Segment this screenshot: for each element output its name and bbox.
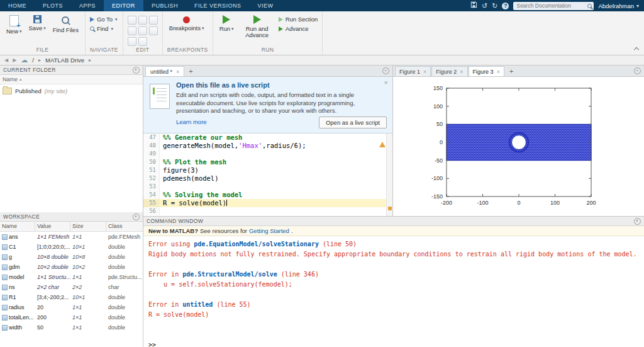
save-button[interactable]: Save▾ (27, 13, 48, 31)
figure-tab-figure-3[interactable]: Figure 3× (469, 66, 504, 76)
back-icon[interactable]: ◀ (4, 57, 8, 63)
tab-home[interactable]: HOME (0, 0, 35, 11)
open-live-script-button[interactable]: Open as a live script (319, 117, 387, 128)
indent-icon[interactable] (149, 16, 158, 25)
close-icon[interactable]: × (423, 69, 426, 75)
tab-editor[interactable]: EDITOR (104, 0, 143, 11)
column-value[interactable]: Value (35, 222, 70, 231)
command-output[interactable]: Error using pde.EquationModel/solveStati… (143, 236, 644, 347)
insert-section-icon[interactable] (128, 16, 136, 25)
redo-icon[interactable]: ↻ (492, 0, 497, 11)
workspace-row[interactable]: C1[1;0;0;20;0;...10×1double (0, 242, 143, 252)
decrease-indent-icon[interactable] (138, 37, 147, 46)
error-stack-link[interactable]: pde.StructuralModel/solve (182, 271, 277, 278)
workspace-row[interactable]: R1[3;4;-200;2...10×1double (0, 292, 143, 302)
close-icon[interactable]: × (176, 69, 179, 75)
close-icon[interactable]: × (460, 69, 463, 75)
run-button[interactable]: Run▾ (218, 13, 236, 32)
breakpoints-section-label: BREAKPOINTS (167, 46, 208, 55)
comment-icon[interactable] (138, 16, 147, 25)
undo-icon[interactable]: ↺ (482, 0, 487, 11)
collapse-ribbon-icon[interactable] (633, 45, 640, 52)
figure-tab-figure-2[interactable]: Figure 2× (431, 66, 467, 76)
code-line[interactable]: 54%% Solving the model (143, 191, 392, 199)
code-line[interactable]: 49 (143, 150, 392, 158)
panel-actions-icon[interactable] (133, 67, 140, 74)
panel-actions-icon[interactable] (634, 67, 641, 74)
ribbon-section-edit: EDIT (123, 11, 163, 55)
getting-started-link[interactable]: Getting Started (249, 227, 289, 234)
code-line[interactable]: 51figure(3) (143, 166, 392, 174)
uncomment-icon[interactable] (128, 26, 136, 35)
workspace-row[interactable]: width501×1double (0, 322, 143, 333)
workspace-title: WORKSPACE (3, 213, 40, 220)
variable-icon (2, 285, 8, 290)
tab-publish[interactable]: PUBLISH (143, 0, 186, 11)
find-icon (90, 26, 94, 31)
save-icon[interactable] (470, 0, 477, 11)
find-button[interactable]: Find ▾ (90, 25, 118, 32)
close-icon[interactable]: × (497, 69, 500, 75)
learn-more-link[interactable]: Learn more (176, 118, 207, 125)
editor-tab-untitled[interactable]: untitled * × (145, 66, 184, 76)
tab-plots[interactable]: PLOTS (35, 0, 71, 11)
command-prompt[interactable]: >> (148, 340, 639, 347)
chevron-down-icon: ▾ (231, 26, 234, 32)
workspace-row[interactable]: radius201×1double (0, 302, 143, 312)
error-stack-link[interactable]: untitled (182, 301, 213, 308)
increase-indent-icon[interactable] (128, 37, 136, 46)
workspace-row[interactable]: totalLen...2001×1double (0, 312, 143, 322)
new-figure-tab-button[interactable]: + (505, 67, 518, 76)
tab-view[interactable]: VIEW (249, 0, 281, 11)
tab-apps[interactable]: APPS (71, 0, 104, 11)
user-menu[interactable]: Abdelrahman ▾ (598, 3, 639, 9)
column-class[interactable]: Class (106, 222, 143, 231)
folder-item-published[interactable]: Published (my site) (0, 84, 143, 98)
code-editor[interactable]: 47%% Generate our mesh48generateMesh(mod… (143, 134, 392, 216)
advance-button[interactable]: Advance (279, 25, 318, 32)
code-line[interactable]: 48generateMesh(model,'Hmax',radius/6); (143, 142, 392, 150)
close-icon[interactable]: × (384, 79, 388, 86)
forward-icon[interactable]: ▶ (13, 57, 16, 63)
code-line[interactable]: 52pdemesh(model) (143, 174, 392, 183)
smart-indent-icon[interactable] (149, 26, 158, 35)
advance-icon (279, 26, 283, 31)
folder-name: Published (15, 88, 42, 94)
go-to-button[interactable]: Go To ▾ (90, 16, 118, 23)
name-column-header[interactable]: Name ▴ (0, 75, 143, 84)
search-documentation-input[interactable] (515, 2, 587, 9)
editor-scrollbar[interactable] (386, 134, 392, 216)
figure-tab-figure-1[interactable]: Figure 1× (395, 66, 431, 76)
new-tab-button[interactable]: + (184, 67, 197, 76)
code-line[interactable]: 53 (143, 183, 392, 191)
command-window-panel: COMMAND WINDOW New to MATLAB? See resour… (143, 216, 644, 347)
code-line[interactable]: 56 (143, 207, 392, 215)
panel-actions-icon[interactable] (634, 218, 641, 225)
wrap-comments-icon[interactable] (138, 26, 147, 35)
tab-file-versions[interactable]: FILE VERSIONS (186, 0, 250, 11)
panel-actions-icon[interactable] (382, 67, 389, 74)
code-line[interactable]: 55R = solve(model) (143, 199, 392, 207)
find-files-button[interactable]: Find Files (51, 13, 80, 33)
workspace-row[interactable]: gdm10×2 double10×2double (0, 262, 143, 272)
workspace-row[interactable]: ans1×1 FEMesh1×1pde.FEMesh (0, 232, 143, 242)
workspace-row[interactable]: ns2×2 char2×2char (0, 282, 143, 292)
code-line[interactable]: 47%% Generate our mesh (143, 134, 392, 142)
run-and-advance-button[interactable]: Run and Advance (239, 13, 275, 38)
column-name[interactable]: Name (0, 222, 35, 231)
help-icon[interactable]: ? (502, 3, 509, 9)
warning-icon[interactable] (379, 142, 386, 147)
scrollbar-warning-marker[interactable] (388, 207, 392, 210)
line-number: 53 (143, 183, 160, 191)
breakpoints-button[interactable]: Breakpoints▾ (167, 13, 206, 31)
workspace-row[interactable]: model1×1 Structu...1×1pde.Structu... (0, 272, 143, 282)
panel-actions-icon[interactable] (133, 213, 140, 220)
breadcrumb-location[interactable]: MATLAB Drive (45, 57, 84, 64)
breadcrumb-root[interactable]: / (32, 57, 34, 64)
error-stack-link[interactable]: pde.EquationModel/solveStationary (194, 241, 319, 247)
workspace-row[interactable]: g10×8 double10×8double (0, 252, 143, 262)
run-section-button[interactable]: Run Section (279, 16, 318, 23)
code-line[interactable]: 50%% Plot the mesh (143, 158, 392, 166)
new-button[interactable]: New▾ (4, 13, 24, 35)
column-size[interactable]: Size (70, 222, 106, 231)
